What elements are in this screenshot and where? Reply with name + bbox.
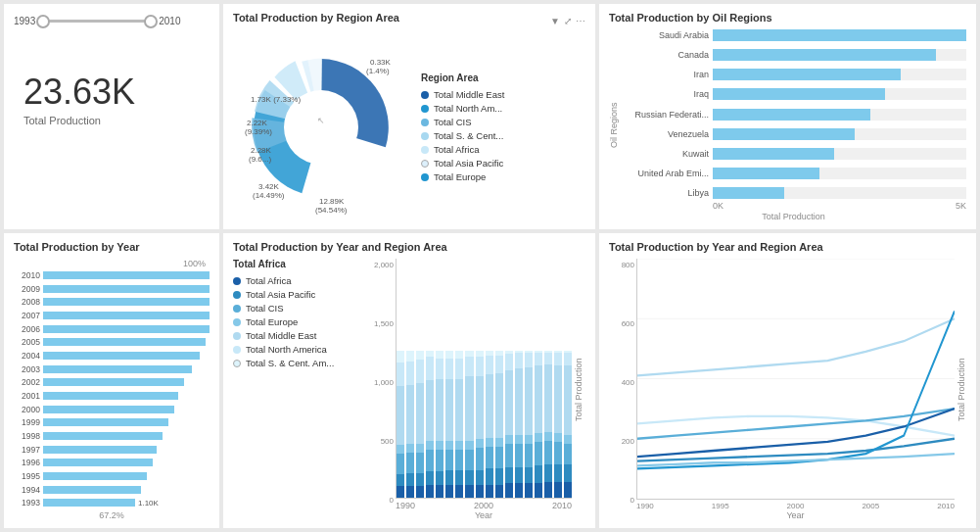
stacked-y-ticks: 2,000 1,500 1,000 500 0 (364, 259, 394, 520)
bar-label-uae: United Arab Emi... (621, 169, 709, 178)
table-row: 2010 (14, 268, 210, 282)
year-slider[interactable]: 1993 2010 (14, 16, 181, 26)
bar-label-iran: Iran (621, 70, 709, 79)
x-tick-5k: 5K (956, 201, 966, 211)
stacked-segment (486, 447, 493, 469)
stacked-dot-6 (233, 360, 241, 367)
line-chart-wrap: 800 600 400 200 0 (609, 259, 966, 520)
stacked-segment (455, 441, 463, 450)
donut-legend: Region Area Total Middle East Total Nort… (421, 73, 504, 182)
table-row: Iraq (621, 88, 966, 100)
stacked-dot-1 (233, 291, 241, 299)
stacked-segment (505, 435, 513, 444)
stacked-segment (495, 438, 503, 447)
stacked-label-5: Total North America (246, 344, 327, 355)
stacked-segment (564, 365, 572, 435)
expand-icon[interactable]: ⤢ (564, 16, 572, 26)
more-icon[interactable]: ⋯ (576, 16, 585, 26)
slider-track[interactable] (43, 20, 151, 23)
line-x-label: Year (636, 510, 955, 520)
dashboard: 1993 2010 23.63K Total Production Total … (0, 0, 980, 532)
stacked-bar-col (416, 351, 424, 498)
table-row: Russian Federati... (621, 109, 966, 121)
y-tick-0: 0 (390, 496, 394, 505)
stacked-bar-col (535, 351, 542, 498)
table-row: 2003 (14, 363, 210, 376)
stacked-segment (445, 441, 453, 450)
svg-text:(1.4%): (1.4%) (366, 67, 390, 75)
bar-label-libya: Libya (621, 188, 709, 198)
stacked-dot-3 (233, 318, 241, 326)
table-row: Canada (621, 49, 966, 61)
stacked-segment (406, 362, 414, 385)
stacked-segment (495, 447, 503, 469)
legend-dot-s-cent (421, 132, 429, 140)
stacked-segment (406, 473, 414, 487)
slider-end-label: 2010 (159, 16, 180, 26)
stacked-segment (544, 364, 552, 432)
stacked-segment (554, 353, 562, 366)
legend-dot-asia-pacific (421, 160, 429, 168)
stacked-segment (436, 379, 443, 441)
stacked-segment (515, 368, 523, 435)
filter-icon[interactable]: ▼ (550, 16, 560, 26)
year-bar-title: Total Production by Year (14, 241, 210, 253)
stacked-segment (416, 351, 424, 360)
year-bar-card: Total Production by Year 100% 2010 2009 … (4, 233, 219, 528)
table-row: 1994 (14, 483, 210, 497)
legend-label-middle-east: Total Middle East (434, 89, 504, 100)
stacked-segment (397, 363, 404, 386)
legend-item-3: Total Europe (233, 316, 360, 327)
stacked-segment (436, 351, 443, 359)
stacked-segment (397, 474, 404, 486)
donut-chart[interactable]: ↖ 0.33K (1.4%) 1.73K (7.33%) 2.22K (9.39… (233, 39, 409, 216)
stacked-bar-col (397, 351, 404, 498)
stacked-segment (495, 373, 503, 438)
line-y-tick-0: 0 (630, 496, 634, 505)
stacked-segment (445, 379, 453, 441)
stacked-bar-col (544, 351, 552, 498)
stacked-segment (426, 441, 434, 450)
slider-thumb-left[interactable] (36, 15, 50, 28)
stacked-segment (455, 359, 463, 379)
table-row: Iran (621, 69, 966, 80)
legend-dot-middle-east (421, 91, 429, 99)
kpi-card: 1993 2010 23.63K Total Production (4, 4, 219, 229)
table-row: Libya (621, 187, 966, 199)
table-row: 1999 (14, 415, 210, 429)
oil-regions-y-label: Oil Regions (609, 29, 619, 221)
stacked-segment (476, 485, 484, 499)
line-chart-inner: 1990 1995 2000 2005 2010 Year (636, 259, 955, 520)
legend-label-africa: Total Africa (434, 144, 479, 155)
pct-top-label: 100% (14, 259, 210, 268)
stacked-segment (416, 360, 424, 383)
stacked-dot-4 (233, 332, 241, 340)
table-row: 2002 (14, 375, 210, 389)
stacked-segment (445, 351, 453, 359)
stacked-segment (495, 356, 503, 373)
stacked-segment (436, 441, 443, 450)
x-tick-2000: 2000 (474, 501, 493, 510)
stacked-bars-wrap: 1990 2000 2010 Year (396, 259, 572, 520)
legend-item-africa: Total Africa (421, 144, 504, 155)
stacked-x-label: Year (396, 510, 572, 520)
stacked-segment (564, 482, 572, 499)
stacked-title: Total Production by Year and Region Area (233, 241, 585, 253)
stacked-segment (445, 470, 453, 485)
stacked-segment (495, 485, 503, 499)
stacked-label-4: Total Middle East (246, 330, 316, 341)
donut-card: Total Production by Region Area ▼ ⤢ ⋯ (223, 4, 595, 229)
donut-icons: ▼ ⤢ ⋯ (550, 16, 585, 26)
svg-text:(54.54%): (54.54%) (315, 206, 348, 215)
donut-header: Total Production by Region Area ▼ ⤢ ⋯ (233, 12, 585, 29)
stacked-segment (544, 441, 552, 464)
stacked-segment (525, 444, 533, 467)
stacked-segment (535, 433, 542, 442)
stacked-segment (544, 432, 552, 441)
stacked-segment (426, 471, 434, 485)
y-tick-500: 500 (381, 437, 394, 446)
stacked-segment (397, 386, 404, 445)
stacked-label-2: Total CIS (246, 303, 284, 314)
legend-label-asia-pacific: Total Asia Pacific (434, 158, 503, 169)
slider-thumb-right[interactable] (144, 15, 158, 28)
